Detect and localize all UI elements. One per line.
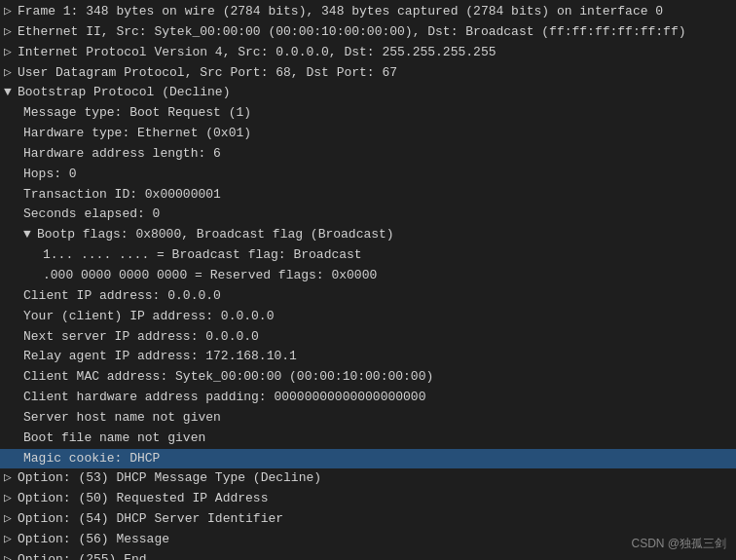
row-text-magic-cookie: Magic cookie: DHCP bbox=[23, 450, 160, 468]
row-text-option-56: Option: (56) Message bbox=[18, 531, 169, 549]
row-text-client-mac: Client MAC address: Sytek_00:00:00 (00:0… bbox=[23, 368, 433, 387]
tree-row-hw-padding: Client hardware address padding: 0000000… bbox=[0, 388, 736, 408]
row-text-bootp-flags: Bootp flags: 0x8000, Broadcast flag (Bro… bbox=[37, 226, 394, 244]
row-text-hops: Hops: 0 bbox=[23, 166, 77, 184]
row-text-option-50: Option: (50) Requested IP Address bbox=[18, 490, 268, 508]
row-text-udp: User Datagram Protocol, Src Port: 68, Ds… bbox=[18, 64, 397, 83]
tree-row-client-ip: Client IP address: 0.0.0.0 bbox=[0, 286, 736, 307]
tree-row-relay-ip: Relay agent IP address: 172.168.10.1 bbox=[0, 347, 736, 367]
row-text-relay-ip: Relay agent IP address: 172.168.10.1 bbox=[23, 348, 297, 366]
tree-row-option-54[interactable]: ▷ Option: (54) DHCP Server Identifier bbox=[0, 509, 736, 530]
tree-row-option-50[interactable]: ▷ Option: (50) Requested IP Address bbox=[0, 489, 736, 509]
row-text-boot-file: Boot file name not given bbox=[23, 429, 205, 448]
row-text-option-255: Option: (255) End bbox=[18, 551, 147, 560]
row-text-ethernet: Ethernet II, Src: Sytek_00:00:00 (00:00:… bbox=[18, 23, 686, 42]
tree-row-secs: Seconds elapsed: 0 bbox=[0, 205, 736, 225]
tree-row-magic-cookie: Magic cookie: DHCP bbox=[0, 449, 736, 469]
tree-row-option-255[interactable]: ▷ Option: (255) End bbox=[0, 550, 736, 560]
expand-icon[interactable]: ▷ bbox=[4, 490, 18, 508]
tree-row-option-56[interactable]: ▷ Option: (56) Message bbox=[0, 530, 736, 550]
tree-row-client-mac: Client MAC address: Sytek_00:00:00 (00:0… bbox=[0, 367, 736, 388]
tree-row-bootp-flags[interactable]: ▼ Bootp flags: 0x8000, Broadcast flag (B… bbox=[0, 225, 736, 245]
row-text-bootp: Bootstrap Protocol (Decline) bbox=[18, 84, 230, 102]
row-text-your-ip: Your (client) IP address: 0.0.0.0 bbox=[23, 308, 274, 326]
tree-row-server-name: Server host name not given bbox=[0, 408, 736, 429]
expand-icon[interactable]: ▷ bbox=[4, 531, 18, 549]
expand-icon[interactable]: ▷ bbox=[4, 23, 18, 42]
tree-row-your-ip: Your (client) IP address: 0.0.0.0 bbox=[0, 307, 736, 327]
tree-row-hw-type: Hardware type: Ethernet (0x01) bbox=[0, 124, 736, 144]
expand-icon[interactable]: ▷ bbox=[4, 3, 18, 21]
row-text-secs: Seconds elapsed: 0 bbox=[23, 205, 160, 224]
expand-icon[interactable]: ▷ bbox=[4, 469, 18, 488]
tree-row-next-server-ip: Next server IP address: 0.0.0.0 bbox=[0, 327, 736, 348]
tree-row-udp[interactable]: ▷ User Datagram Protocol, Src Port: 68, … bbox=[0, 63, 736, 84]
tree-row-xid: Transaction ID: 0x00000001 bbox=[0, 185, 736, 205]
row-text-server-name: Server host name not given bbox=[23, 409, 221, 428]
row-text-hw-padding: Client hardware address padding: 0000000… bbox=[23, 389, 425, 407]
expand-icon[interactable]: ▷ bbox=[4, 44, 18, 62]
tree-row-frame[interactable]: ▷ Frame 1: 348 bytes on wire (2784 bits)… bbox=[0, 2, 736, 22]
row-text-client-ip: Client IP address: 0.0.0.0 bbox=[23, 287, 221, 306]
tree-row-boot-file: Boot file name not given bbox=[0, 429, 736, 449]
tree-row-hops: Hops: 0 bbox=[0, 165, 736, 185]
row-text-hw-type: Hardware type: Ethernet (0x01) bbox=[23, 125, 251, 143]
row-text-hw-addr-len: Hardware address length: 6 bbox=[23, 145, 221, 164]
row-text-frame: Frame 1: 348 bytes on wire (2784 bits), … bbox=[18, 3, 663, 21]
tree-row-bootp-flag-2: .000 0000 0000 0000 = Reserved flags: 0x… bbox=[0, 266, 736, 286]
expand-icon[interactable]: ▷ bbox=[4, 64, 18, 83]
row-text-bootp-flag-2: .000 0000 0000 0000 = Reserved flags: 0x… bbox=[43, 267, 377, 285]
expand-icon[interactable]: ▼ bbox=[23, 226, 37, 244]
expand-icon[interactable]: ▼ bbox=[4, 84, 18, 102]
tree-row-msg-type: Message type: Boot Request (1) bbox=[0, 103, 736, 124]
tree-row-option-53[interactable]: ▷ Option: (53) DHCP Message Type (Declin… bbox=[0, 468, 736, 489]
watermark: CSDN @独孤三剑 bbox=[631, 536, 726, 552]
row-text-msg-type: Message type: Boot Request (1) bbox=[23, 104, 251, 123]
row-text-xid: Transaction ID: 0x00000001 bbox=[23, 186, 221, 205]
tree-row-bootp[interactable]: ▼ Bootstrap Protocol (Decline) bbox=[0, 83, 736, 103]
expand-icon[interactable]: ▷ bbox=[4, 510, 18, 529]
tree-row-hw-addr-len: Hardware address length: 6 bbox=[0, 144, 736, 165]
row-text-option-53: Option: (53) DHCP Message Type (Decline) bbox=[18, 469, 321, 488]
tree-row-ethernet[interactable]: ▷ Ethernet II, Src: Sytek_00:00:00 (00:0… bbox=[0, 22, 736, 43]
tree-row-ip[interactable]: ▷ Internet Protocol Version 4, Src: 0.0.… bbox=[0, 43, 736, 63]
row-text-bootp-flag-1: 1... .... .... = Broadcast flag: Broadca… bbox=[43, 246, 362, 265]
row-text-next-server-ip: Next server IP address: 0.0.0.0 bbox=[23, 328, 259, 347]
packet-detail-pane: ▷ Frame 1: 348 bytes on wire (2784 bits)… bbox=[0, 0, 736, 560]
expand-icon[interactable]: ▷ bbox=[4, 551, 18, 560]
tree-row-bootp-flag-1: 1... .... .... = Broadcast flag: Broadca… bbox=[0, 245, 736, 266]
row-text-option-54: Option: (54) DHCP Server Identifier bbox=[18, 510, 283, 529]
row-text-ip: Internet Protocol Version 4, Src: 0.0.0.… bbox=[18, 44, 496, 62]
